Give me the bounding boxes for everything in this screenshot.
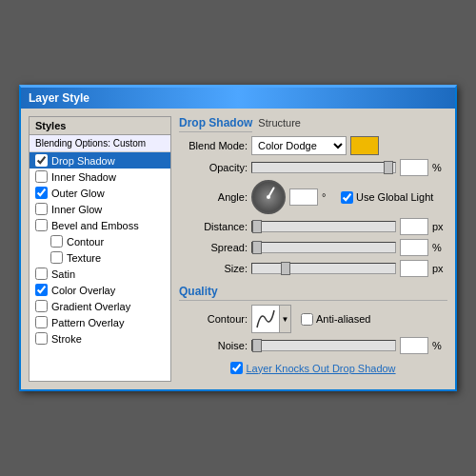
spread-label: Spread: xyxy=(179,242,248,253)
style-label-10: Pattern Overlay xyxy=(51,317,124,328)
style-label-8: Color Overlay xyxy=(51,285,115,296)
title-bar: Layer Style xyxy=(21,88,455,109)
size-label: Size: xyxy=(179,263,248,274)
size-slider[interactable] xyxy=(251,263,396,274)
layer-style-dialog: Layer Style Styles Blending Options: Cus… xyxy=(19,85,457,391)
style-label-6: Texture xyxy=(67,252,101,264)
left-panel: Styles Blending Options: Custom Drop Sha… xyxy=(29,116,171,382)
blending-options-item[interactable]: Blending Options: Custom xyxy=(30,135,170,152)
style-label-9: Gradient Overlay xyxy=(51,301,130,312)
right-panel: Drop Shadow Structure Blend Mode: Normal… xyxy=(179,116,447,382)
style-item-gradient-overlay[interactable]: Gradient Overlay xyxy=(30,298,170,314)
style-checkbox-6[interactable] xyxy=(50,251,63,264)
global-light-check-label[interactable]: Use Global Light xyxy=(341,191,433,204)
spread-slider[interactable] xyxy=(251,242,396,253)
global-light-checkbox[interactable] xyxy=(341,191,353,204)
anti-aliased-text: Anti-aliased xyxy=(316,313,370,325)
style-checkbox-11[interactable] xyxy=(35,332,48,345)
layer-knocks-label[interactable]: Layer Knocks Out Drop Shadow xyxy=(230,362,395,374)
quality-section: Quality Contour: ▼ Anti-alia xyxy=(179,285,447,374)
angle-input[interactable]: 120 xyxy=(289,188,318,206)
style-label-1: Inner Shadow xyxy=(51,171,116,183)
blend-mode-row: Blend Mode: NormalDissolveMultiplyScreen… xyxy=(179,136,447,155)
style-item-pattern-overlay[interactable]: Pattern Overlay xyxy=(30,314,170,330)
angle-dial[interactable] xyxy=(251,180,286,214)
spread-input[interactable]: 0 xyxy=(400,239,428,256)
blend-mode-label: Blend Mode: xyxy=(179,140,248,151)
section2-title: Quality xyxy=(179,285,447,301)
layer-knocks-checkbox[interactable] xyxy=(230,362,243,374)
style-label-2: Outer Glow xyxy=(51,188,105,199)
style-checkbox-0[interactable] xyxy=(35,154,48,167)
style-item-drop-shadow[interactable]: Drop Shadow xyxy=(30,152,170,169)
size-unit: px xyxy=(432,263,447,274)
color-swatch[interactable] xyxy=(350,136,379,155)
styles-label: Styles xyxy=(30,117,170,135)
contour-dropdown-button[interactable]: ▼ xyxy=(280,305,291,333)
style-label-3: Inner Glow xyxy=(51,204,102,215)
style-checkbox-4[interactable] xyxy=(35,219,48,231)
style-checkbox-9[interactable] xyxy=(35,300,48,312)
size-row: Size: 6 px xyxy=(179,260,447,277)
distance-unit: px xyxy=(432,221,447,232)
style-item-texture[interactable]: Texture xyxy=(30,249,170,266)
style-checkbox-3[interactable] xyxy=(35,203,48,215)
contour-preview[interactable] xyxy=(251,305,280,333)
distance-row: Distance: 0 px xyxy=(179,218,447,235)
style-item-outer-glow[interactable]: Outer Glow xyxy=(30,185,170,201)
style-item-inner-glow[interactable]: Inner Glow xyxy=(30,201,170,217)
style-checkbox-1[interactable] xyxy=(35,170,48,183)
style-item-satin[interactable]: Satin xyxy=(30,266,170,282)
angle-row: Angle: 120 ° Use Global Light xyxy=(179,180,447,214)
blend-mode-select[interactable]: NormalDissolveMultiplyScreenOverlayColor… xyxy=(251,136,347,155)
noise-label: Noise: xyxy=(179,340,248,351)
angle-unit: ° xyxy=(322,191,337,203)
style-item-contour[interactable]: Contour xyxy=(30,233,170,249)
style-checkbox-5[interactable] xyxy=(50,235,63,248)
section1-sub: Structure xyxy=(258,117,301,129)
section1-title: Drop Shadow xyxy=(179,116,252,132)
opacity-unit: % xyxy=(432,162,447,173)
style-label-4: Bevel and Emboss xyxy=(51,220,139,231)
opacity-row: Opacity: 100 % xyxy=(179,159,447,176)
contour-picker: ▼ xyxy=(251,305,291,333)
style-label-7: Satin xyxy=(51,268,75,280)
style-checkbox-7[interactable] xyxy=(35,268,48,280)
distance-label: Distance: xyxy=(179,221,248,232)
contour-row: Contour: ▼ Anti-aliased xyxy=(179,305,447,333)
style-checkbox-2[interactable] xyxy=(35,187,48,199)
layer-knocks-row: Layer Knocks Out Drop Shadow xyxy=(179,362,447,374)
spread-row: Spread: 0 % xyxy=(179,239,447,256)
style-item-bevel-and-emboss[interactable]: Bevel and Emboss xyxy=(30,217,170,233)
anti-aliased-checkbox[interactable] xyxy=(301,313,313,326)
noise-slider[interactable] xyxy=(251,340,396,351)
opacity-input[interactable]: 100 xyxy=(400,159,428,176)
noise-unit: % xyxy=(432,340,447,351)
distance-slider[interactable] xyxy=(251,221,396,232)
angle-label: Angle: xyxy=(179,191,248,203)
style-label-5: Contour xyxy=(67,236,104,248)
style-checkbox-10[interactable] xyxy=(35,316,48,328)
noise-row: Noise: 0 % xyxy=(179,337,447,354)
contour-label: Contour: xyxy=(179,313,248,325)
anti-aliased-label[interactable]: Anti-aliased xyxy=(301,313,370,326)
distance-input[interactable]: 0 xyxy=(400,218,428,235)
structure-section: Drop Shadow Structure Blend Mode: Normal… xyxy=(179,116,447,277)
spread-unit: % xyxy=(432,242,447,253)
noise-input[interactable]: 0 xyxy=(400,337,428,354)
style-item-color-overlay[interactable]: Color Overlay xyxy=(30,282,170,298)
style-item-stroke[interactable]: Stroke xyxy=(30,330,170,347)
style-item-inner-shadow[interactable]: Inner Shadow xyxy=(30,169,170,185)
style-label-11: Stroke xyxy=(51,333,82,345)
size-input[interactable]: 6 xyxy=(400,260,428,277)
dialog-title: Layer Style xyxy=(29,91,89,105)
global-light-label: Use Global Light xyxy=(356,191,433,203)
layer-knocks-text: Layer Knocks Out Drop Shadow xyxy=(246,363,395,374)
style-checkbox-8[interactable] xyxy=(35,284,48,296)
opacity-label: Opacity: xyxy=(179,162,248,173)
opacity-slider[interactable] xyxy=(251,162,396,173)
style-label-0: Drop Shadow xyxy=(51,155,115,167)
